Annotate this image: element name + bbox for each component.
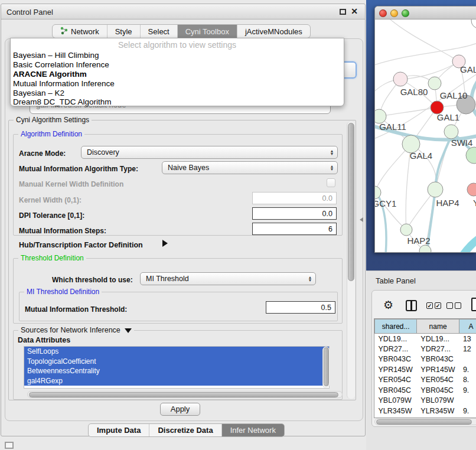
mi-type-combo[interactable]: Naive Bayes ▲▼ xyxy=(162,161,338,174)
cell[interactable]: YLR345W xyxy=(417,406,459,416)
triangle-down-icon[interactable] xyxy=(125,328,132,333)
network-graph: GAL GAL80 GAL10 GAL1 GAL11 SWI4 GAL4 GCY… xyxy=(375,19,476,253)
tab-impute-data[interactable]: Impute Data xyxy=(89,424,149,436)
dpi-tolerance-field[interactable] xyxy=(252,207,337,220)
node xyxy=(419,245,431,253)
dropdown-item[interactable]: Bayesian – Hill Climbing xyxy=(13,51,99,60)
manual-kernel-checkbox[interactable] xyxy=(327,178,335,187)
cell[interactable]: 9. xyxy=(459,364,476,375)
cell[interactable]: YBR045C xyxy=(417,385,459,396)
table-row[interactable]: YPR145WYPR145W9. xyxy=(375,364,476,375)
node-label: GCY1 xyxy=(375,198,396,208)
checkbox-unchecked xyxy=(455,302,461,309)
node-table-wrapper[interactable]: shared... name A YDL19...YDL19...13 YDR2… xyxy=(374,318,476,418)
network-nodes[interactable] xyxy=(375,19,476,253)
cell[interactable]: YDR27... xyxy=(375,344,417,354)
triangle-right-icon[interactable] xyxy=(162,240,168,247)
cell[interactable]: YER054C xyxy=(417,375,459,386)
table-row[interactable]: YBR043CYBR043C xyxy=(375,354,476,365)
gear-icon[interactable]: ⚙ xyxy=(383,298,393,312)
control-panel-titlebar[interactable]: Control Panel ✕ xyxy=(1,4,365,19)
list-scrollbar[interactable] xyxy=(322,347,330,388)
cell[interactable]: YBR045C xyxy=(375,385,417,396)
close-traffic-light[interactable] xyxy=(379,9,387,17)
settings-scrollbar-thumb[interactable] xyxy=(348,123,354,281)
cell[interactable]: YBL079W xyxy=(417,396,459,406)
table-row[interactable]: YDR27...YDR27...12 xyxy=(375,344,476,354)
collapsed-panel-icon[interactable] xyxy=(5,442,14,449)
cell[interactable]: 9. xyxy=(459,406,476,416)
hub-definition-toggle[interactable]: Hub/Transcription Factor Definition xyxy=(19,241,143,249)
table-row[interactable]: YER054CYER054C8. xyxy=(375,375,476,386)
tab-cyni-toolbox[interactable]: Cyni Toolbox xyxy=(178,25,237,38)
settings-group-title: Cyni Algorithm Settings xyxy=(14,116,92,124)
sources-group-title[interactable]: Sources for Network Inference xyxy=(18,326,134,334)
cell[interactable]: YBR043C xyxy=(375,354,417,365)
checked-pair-icon[interactable]: ✓ ✓ xyxy=(426,302,441,309)
cell[interactable]: YBL079W xyxy=(375,396,417,406)
table-hscrollbar-thumb[interactable] xyxy=(376,419,472,425)
list-scrollbar-thumb[interactable] xyxy=(324,347,329,386)
cell[interactable]: 13 xyxy=(459,334,476,344)
cell[interactable]: 9. xyxy=(459,385,476,396)
table-row[interactable]: YBL079WYBL079W xyxy=(375,396,476,406)
cell[interactable]: YDL19... xyxy=(417,334,459,344)
list-hscrollbar-thumb[interactable] xyxy=(29,392,338,397)
list-item[interactable]: SelfLoops xyxy=(24,347,329,357)
unchecked-pair-icon[interactable] xyxy=(446,302,461,309)
column-header-shared-name[interactable]: shared... xyxy=(375,319,417,334)
dropdown-item-aracne[interactable]: ARACNE Algorithm xyxy=(13,70,87,79)
float-window-icon[interactable] xyxy=(340,9,346,15)
tab-discretize-data[interactable]: Discretize Data xyxy=(149,424,221,436)
table-header-row[interactable]: shared... name A xyxy=(375,319,476,334)
network-canvas[interactable]: GAL GAL80 GAL10 GAL1 GAL11 SWI4 GAL4 GCY… xyxy=(375,19,476,253)
dropdown-item[interactable]: Mutual Information Inference xyxy=(13,79,115,88)
tab-style[interactable]: Style xyxy=(107,25,141,38)
close-icon[interactable]: ✕ xyxy=(351,6,358,16)
cell[interactable]: YDL19... xyxy=(375,334,417,344)
tab-jactivemnodules[interactable]: jActiveMNodules xyxy=(237,25,310,38)
node-table[interactable]: shared... name A YDL19...YDL19...13 YDR2… xyxy=(374,319,476,418)
cell[interactable]: YDR27... xyxy=(417,344,459,354)
panel-divider-arrow[interactable] xyxy=(360,217,363,222)
data-attributes-list[interactable]: SelfLoops TopologicalCoefficient Between… xyxy=(24,346,330,389)
dropdown-item[interactable]: Dream8 DC_TDC Algorithm xyxy=(13,97,112,106)
column-header-partial[interactable]: A xyxy=(459,319,476,334)
network-view-window[interactable]: GAL GAL80 GAL10 GAL1 GAL11 SWI4 GAL4 GCY… xyxy=(374,6,476,253)
dropdown-item[interactable]: Basic Correlation Inference xyxy=(13,60,109,69)
mi-threshold-field[interactable] xyxy=(266,301,335,314)
cell[interactable]: YBR043C xyxy=(417,354,459,365)
which-threshold-combo[interactable]: MI Threshold ▲▼ xyxy=(140,272,316,285)
aracne-mode-combo[interactable]: Discovery ▲▼ xyxy=(81,146,338,159)
tab-network[interactable]: Network xyxy=(53,25,107,38)
cell[interactable]: YER054C xyxy=(375,375,417,386)
list-item[interactable]: TopologicalCoefficient xyxy=(24,357,329,367)
cell[interactable] xyxy=(459,354,476,365)
minimize-traffic-light[interactable] xyxy=(390,9,398,17)
cell[interactable]: 8. xyxy=(459,375,476,386)
cell[interactable]: YPR145W xyxy=(417,364,459,375)
tab-select[interactable]: Select xyxy=(141,25,178,38)
columns-icon[interactable] xyxy=(406,300,417,311)
list-hscrollbar[interactable] xyxy=(27,391,343,398)
zoom-traffic-light[interactable] xyxy=(402,9,409,17)
document-icon[interactable] xyxy=(471,298,476,311)
table-hscrollbar[interactable] xyxy=(374,418,476,425)
cell[interactable]: 12 xyxy=(459,344,476,354)
network-window-titlebar[interactable] xyxy=(375,6,476,19)
table-row[interactable]: YDL19...YDL19...13 xyxy=(375,334,476,344)
column-header-name[interactable]: name xyxy=(417,319,459,334)
tab-infer-network[interactable]: Infer Network xyxy=(222,424,284,436)
cell[interactable]: YLR345W xyxy=(375,406,417,416)
table-row[interactable]: YBR045CYBR045C9. xyxy=(375,385,476,396)
kernel-width-field[interactable] xyxy=(252,192,337,204)
cell[interactable]: YPR145W xyxy=(375,364,417,375)
settings-scrollbar[interactable] xyxy=(347,122,355,399)
dropdown-item[interactable]: Bayesian – K2 xyxy=(13,89,64,97)
cell[interactable] xyxy=(459,396,476,406)
list-item[interactable]: gal4RGexp xyxy=(24,376,329,386)
list-item[interactable]: BetweennessCentrality xyxy=(24,366,329,376)
mi-steps-field[interactable] xyxy=(252,223,337,235)
apply-button[interactable]: Apply xyxy=(160,403,200,416)
table-row[interactable]: YLR345WYLR345W9. xyxy=(375,406,476,416)
